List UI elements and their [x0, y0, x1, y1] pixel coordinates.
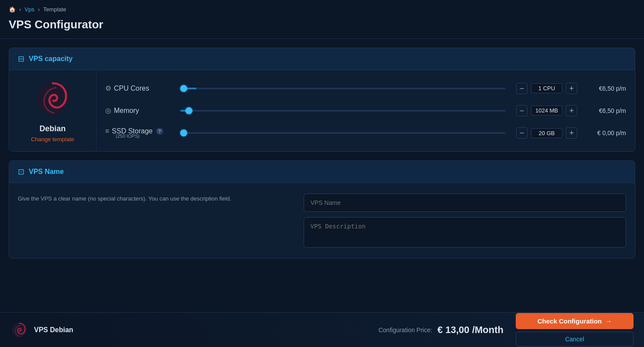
ssd-slider-row: ≡ SSD Storage ? (250 IOPS) − 20 GB +	[105, 124, 626, 142]
vps-breadcrumb-link[interactable]: Vps	[24, 6, 34, 13]
tag-icon: ⊡	[18, 167, 24, 177]
cpu-icon: ⚙	[105, 84, 111, 92]
template-name: Debian	[39, 124, 65, 133]
check-configuration-button[interactable]: Check Configuration →	[516, 313, 634, 329]
ssd-value-box: 20 GB	[531, 128, 562, 138]
footer-actions: Check Configuration → Cancel	[516, 313, 634, 347]
chevron-icon-2: ›	[38, 6, 40, 13]
footer-price-value: € 13,00 /Month	[437, 324, 504, 336]
memory-value-box: 1024 MB	[531, 105, 562, 116]
cpu-decrement-btn[interactable]: −	[516, 83, 528, 94]
memory-price: €6,50 p/m	[582, 107, 626, 114]
vps-capacity-section: ⊟ VPS capacity Debian Change template	[9, 48, 635, 152]
debian-logo	[33, 79, 72, 118]
cpu-controls: − 1 CPU +	[516, 83, 577, 94]
cpu-slider[interactable]	[180, 88, 506, 89]
cpu-value-box: 1 CPU	[531, 83, 562, 93]
footer-vps-info: VPS Debian	[10, 321, 73, 339]
template-panel: Debian Change template	[9, 70, 96, 151]
memory-slider-row: ◎ Memory − 1024 MB + €6,50 p/m	[105, 102, 626, 120]
footer-vps-name: VPS Debian	[34, 326, 73, 334]
memory-label-wrap: ◎ Memory	[105, 106, 175, 115]
name-description-text: Give the VPS a clear name (no special ch…	[18, 194, 286, 202]
main-content: ⊟ VPS capacity Debian Change template	[0, 39, 644, 267]
svg-point-0	[36, 82, 69, 115]
sliders-panel: ⚙ CPU Cores − 1 CPU + €6,50 p/m	[96, 70, 635, 151]
name-section-header: ⊡ VPS Name	[9, 161, 635, 183]
capacity-section-header: ⊟ VPS capacity	[9, 48, 635, 70]
footer-debian-logo	[10, 321, 28, 339]
cpu-increment-btn[interactable]: +	[566, 83, 577, 94]
vps-description-input[interactable]	[304, 217, 626, 248]
memory-controls: − 1024 MB +	[516, 105, 577, 116]
name-section-title: VPS Name	[29, 168, 64, 176]
ssd-decrement-btn[interactable]: −	[516, 127, 528, 139]
ssd-price: € 0,00 p/m	[582, 129, 626, 136]
ssd-slider[interactable]	[180, 132, 506, 134]
vps-name-input[interactable]	[304, 194, 626, 212]
name-section-body: Give the VPS a clear name (no special ch…	[9, 183, 635, 258]
ssd-slider-track	[180, 129, 506, 137]
arrow-right-icon: →	[605, 317, 612, 325]
ssd-controls: − 20 GB +	[516, 127, 577, 139]
memory-icon: ◎	[105, 106, 111, 115]
ssd-label-wrap: ≡ SSD Storage ? (250 IOPS)	[105, 127, 175, 139]
breadcrumb-current: Template	[43, 6, 66, 13]
cpu-price: €6,50 p/m	[582, 85, 626, 92]
ssd-icon: ≡	[105, 127, 109, 135]
home-icon[interactable]: 🏠	[9, 6, 16, 13]
name-fields	[304, 194, 626, 248]
chevron-icon-1: ›	[19, 6, 21, 13]
footer-bar: VPS Debian Configuration Price: € 13,00 …	[0, 312, 644, 347]
change-template-link[interactable]: Change template	[31, 136, 74, 143]
ssd-increment-btn[interactable]: +	[566, 127, 577, 139]
capacity-title: VPS capacity	[29, 55, 73, 63]
footer-price-label: Configuration Price:	[378, 327, 432, 333]
memory-increment-btn[interactable]: +	[566, 105, 577, 116]
sliders-icon: ⊟	[18, 54, 24, 64]
cancel-button[interactable]: Cancel	[516, 332, 634, 347]
capacity-body: Debian Change template ⚙ CPU Cores	[9, 70, 635, 151]
memory-slider-track	[180, 106, 506, 115]
cpu-label-wrap: ⚙ CPU Cores	[105, 84, 175, 92]
cpu-slider-row: ⚙ CPU Cores − 1 CPU + €6,50 p/m	[105, 79, 626, 98]
memory-decrement-btn[interactable]: −	[516, 105, 528, 116]
svg-point-1	[12, 323, 27, 337]
breadcrumb: 🏠 › Vps › Template	[0, 0, 644, 16]
page-title: VPS Configurator	[0, 16, 644, 39]
vps-name-section: ⊡ VPS Name Give the VPS a clear name (no…	[9, 160, 635, 259]
memory-label: Memory	[114, 107, 139, 115]
memory-slider[interactable]	[180, 110, 506, 112]
cpu-slider-track	[180, 84, 506, 93]
cpu-label: CPU Cores	[114, 85, 149, 92]
ssd-iops-label: (250 IOPS)	[116, 133, 175, 139]
